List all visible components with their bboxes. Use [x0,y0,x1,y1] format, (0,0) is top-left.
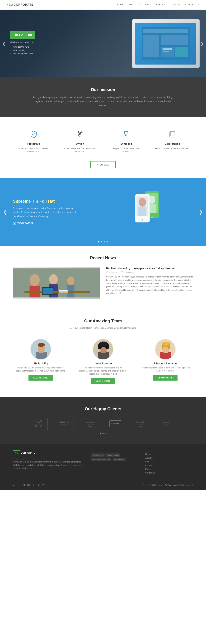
dot-3[interactable] [104,241,105,242]
footer-links-section: LINKS Home About us Blog Portfolio Pages… [145,450,193,475]
svg-text:Ironmonkey: Ironmonkey [136,421,144,423]
svg-rect-38 [43,288,53,294]
clients-logos: THE WOODSMAN YELLOWOAK Barrelmakers ★ ★ … [13,418,193,430]
social-twitter[interactable]: t [20,484,20,486]
svg-text:Trading: Trading [165,424,169,425]
footer-tag-0[interactable]: Mind Control [92,454,104,457]
svg-point-60 [163,350,169,353]
svg-point-34 [67,276,75,285]
nav-pages[interactable]: PAGES [173,3,180,6]
footer-tags-section: POPULAR TAGS Mind Control Space Lizards … [91,450,139,475]
hero-arrow-left[interactable]: ❮ [2,41,6,46]
hero-image [109,19,206,68]
recent-news-section: Recent News [0,246,206,309]
svg-text:⋄ CO ⋄: ⋄ CO ⋄ [165,426,168,427]
svg-rect-3 [161,35,188,45]
nav-portfolio[interactable]: PORTFOLIO [155,3,168,6]
hero-list-item: Electromagnetic fields [10,52,100,55]
portfolio-slider: ❮ Supreme Tin Foil Hat A posh accessory … [0,178,206,246]
comfortable-desc: Perfectly follows the shape of your head… [155,147,190,150]
footer-bottom: ▸ f t in g+ vk ◎ V Copyright © 2016 Them… [13,480,193,486]
footer-tag-1[interactable]: Space Lizards [106,454,120,457]
feature-symbolic: Symbolic Lets you notice the kindred sou… [105,127,147,156]
footer-link-contact[interactable]: Contact us [145,472,193,474]
footer-tag-3[interactable]: Conspiracy 1 [113,458,126,461]
svg-point-14 [125,135,127,136]
symbolic-icon [109,130,144,140]
footer-links-label: LINKS [145,450,193,453]
view-project-link[interactable]: ▶ VIEW PROJECT [13,222,103,225]
feature-protective: Protective Secures your mind the way med… [13,127,54,156]
social-vimeo[interactable]: V [42,484,44,486]
janet-desc: The brain centre of the whole system and… [78,366,128,376]
news-section-title: Recent News [13,255,193,260]
feature-comfortable: Comfortable Perfectly follows the shape … [152,127,193,156]
view-project-icon: ▶ [13,222,16,225]
dot-2[interactable] [101,241,102,242]
portfolio-arrow-left[interactable]: ❮ [3,209,7,214]
protective-icon [16,130,51,140]
footer-link-about[interactable]: About us [145,457,193,459]
social-instagram[interactable]: ◎ [38,484,40,486]
news-title: Reptiloid abused by zookeeper escapes Si… [106,267,193,270]
clients-dot-2[interactable] [102,433,104,434]
clients-dots [13,433,193,434]
team-grid: Philip J. Fry Makes sure that the printi… [13,336,193,387]
social-gplus[interactable]: g+ [27,484,30,486]
view-all-button[interactable]: View All [90,161,116,168]
social-rss[interactable]: ▸ [13,484,14,486]
hero-arrow-right[interactable]: ❯ [200,41,204,46]
footer-link-portfolio[interactable]: Portfolio [145,464,193,466]
svg-text:THE: THE [37,422,40,423]
nav-contact[interactable]: CONTACT US [185,3,200,6]
svg-point-32 [49,274,58,284]
nav-blog[interactable]: BLOG [144,3,151,6]
philip-avatar [30,339,51,360]
nav-home[interactable]: HOME [117,3,124,6]
svg-point-15 [125,132,127,133]
team-member-elizabeth: Elizabeth Simpson A double agent that ke… [137,336,193,387]
svg-rect-1 [143,29,188,33]
svg-rect-62 [162,344,163,349]
svg-point-30 [30,274,40,286]
portfolio-arrow-right[interactable]: ❯ [199,209,203,214]
janet-name: Janet Jackson [78,362,128,365]
svg-text:LUNCHEON: LUNCHEON [111,423,119,424]
social-facebook[interactable]: f [16,484,17,486]
portfolio-desc: A posh accessory designed in the Soho la… [13,206,77,218]
svg-text:MAHOGANY: MAHOGANY [163,421,170,423]
site-logo[interactable]: NEWCORPORATE [6,3,33,6]
news-grid: Reptiloid abused by zookeeper escapes Si… [13,267,193,299]
svg-point-52 [100,350,107,353]
dot-1[interactable] [98,241,100,242]
news-date: 5 June 2016 [106,271,119,273]
svg-rect-51 [98,352,109,360]
comfortable-icon [155,130,190,140]
svg-text:founded: founded [88,426,92,427]
team-member-janet: Janet Jackson The brain centre of the wh… [75,336,131,387]
nav-about[interactable]: ABOUT US [128,3,140,6]
svg-rect-63 [168,344,170,349]
client-logo-luncheon: LUNCHEON [106,418,124,430]
social-linkedin[interactable]: in [23,484,25,486]
janet-learn-more[interactable]: Learn More [91,378,115,384]
clients-dot-1[interactable] [100,433,101,434]
monitor-screen [135,22,196,64]
stylish-icon [62,130,98,140]
philip-learn-more[interactable]: Learn More [28,375,53,380]
elizabeth-learn-more[interactable]: Learn More [153,375,177,380]
mission-title: Our mission [32,87,174,92]
logo-corp: CORPORATE [14,3,33,6]
footer-link-pages[interactable]: Pages [145,468,193,470]
dot-4[interactable] [106,241,108,242]
footer-about-label: ABOUT US [13,458,85,460]
social-vk[interactable]: vk [33,484,35,486]
elizabeth-avatar [155,339,176,360]
footer-link-home[interactable]: Home [145,453,193,456]
clients-dot-3[interactable] [105,433,106,434]
footer-tag-2[interactable]: Tin Foil Hat Solutions [92,458,111,461]
footer-link-blog[interactable]: Blog [145,460,193,463]
team-section-title: Our Amazing Team [13,318,193,324]
footer-adg-link[interactable]: ADG solutions [165,484,176,486]
elizabeth-name: Elizabeth Simpson [140,362,190,365]
